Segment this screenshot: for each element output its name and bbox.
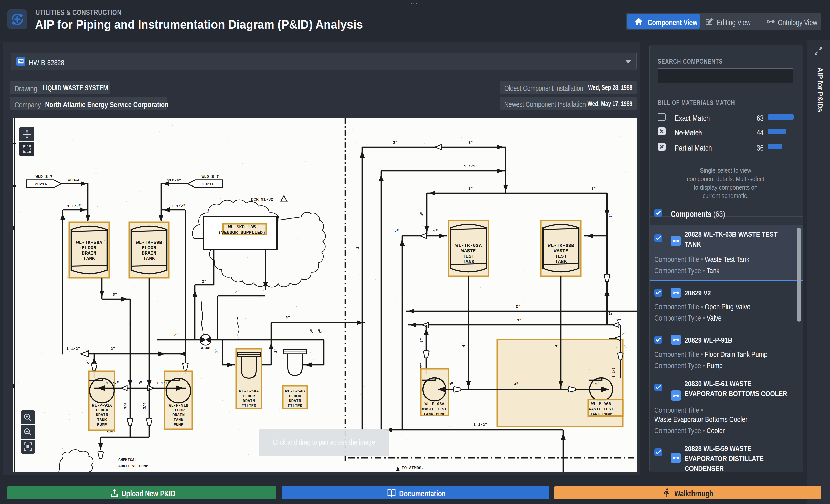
svg-text:TANK: TANK xyxy=(462,259,474,265)
svg-text:WL-F-54A: WL-F-54A xyxy=(239,389,259,394)
svg-text:3": 3" xyxy=(624,344,628,349)
svg-text:20216: 20216 xyxy=(35,182,47,187)
svg-text:2": 2" xyxy=(393,141,397,145)
svg-text:PUMP: PUMP xyxy=(97,423,107,427)
svg-text:3": 3" xyxy=(420,338,424,343)
svg-text:2": 2" xyxy=(394,229,399,234)
svg-text:WL-TK-63A: WL-TK-63A xyxy=(455,243,482,248)
svg-text:3: 3 xyxy=(283,198,285,201)
svg-text:WL-P-91B: WL-P-91B xyxy=(169,403,188,408)
svg-text:2": 2" xyxy=(516,304,520,309)
svg-text:TO ATMOS.: TO ATMOS. xyxy=(402,466,424,470)
svg-text:2": 2" xyxy=(318,329,322,333)
svg-text:2": 2" xyxy=(86,360,90,364)
svg-text:(VENDOR SUPPLIED): (VENDOR SUPPLIED) xyxy=(218,230,265,235)
svg-text:DRAIN: DRAIN xyxy=(289,399,301,403)
svg-text:3": 3" xyxy=(517,318,521,323)
svg-text:WL-P-91A: WL-P-91A xyxy=(92,403,112,408)
svg-text:WL-TK-59B: WL-TK-59B xyxy=(136,240,162,245)
svg-text:2": 2" xyxy=(285,316,290,320)
svg-text:2": 2" xyxy=(174,333,179,337)
svg-text:TANK: TANK xyxy=(143,256,155,262)
svg-text:3": 3" xyxy=(468,141,473,145)
svg-text:WLD-S-7: WLD-S-7 xyxy=(201,174,219,179)
svg-text:PUMP: PUMP xyxy=(173,423,183,427)
svg-text:FLOOR: FLOOR xyxy=(289,394,301,399)
svg-text:DRAIN: DRAIN xyxy=(172,413,185,417)
svg-text:2": 2" xyxy=(110,347,115,351)
svg-text:1 1/2": 1 1/2" xyxy=(157,381,169,385)
svg-text:1 1/2": 1 1/2" xyxy=(473,423,487,427)
svg-text:3": 3" xyxy=(113,293,117,297)
svg-text:DCR 91-32: DCR 91-32 xyxy=(251,197,273,202)
svg-text:TANK: TANK xyxy=(83,256,95,262)
svg-text:WASTE TEST: WASTE TEST xyxy=(589,407,613,412)
svg-text:DRAIN: DRAIN xyxy=(96,413,108,417)
svg-text:3": 3" xyxy=(609,213,613,218)
svg-text:1 1/2": 1 1/2" xyxy=(171,204,185,208)
svg-text:WL-F-54B: WL-F-54B xyxy=(285,389,305,394)
svg-text:FLOOR: FLOOR xyxy=(96,408,108,413)
svg-text:1 1/2": 1 1/2" xyxy=(464,164,478,169)
svg-text:3/4": 3/4" xyxy=(123,400,127,409)
svg-text:ADDITIVE PUMP: ADDITIVE PUMP xyxy=(118,464,148,468)
svg-text:4": 4" xyxy=(514,382,518,387)
svg-text:FLOOR: FLOOR xyxy=(82,245,97,251)
svg-text:3": 3" xyxy=(420,212,424,216)
svg-text:3": 3" xyxy=(449,382,453,387)
svg-text:1 1/2": 1 1/2" xyxy=(106,381,119,385)
svg-text:WASTE: WASTE xyxy=(461,248,476,254)
svg-text:2": 2" xyxy=(214,348,218,353)
svg-text:WL-P-96A: WL-P-96A xyxy=(425,402,444,406)
svg-text:WLD-4": WLD-4" xyxy=(167,178,181,183)
svg-text:WL-P-96B: WL-P-96B xyxy=(592,402,611,406)
svg-text:WLD-4": WLD-4" xyxy=(68,178,82,183)
svg-text:3/4": 3/4" xyxy=(142,400,147,409)
svg-text:3": 3" xyxy=(592,187,596,191)
svg-text:1 1/2": 1 1/2" xyxy=(67,204,81,208)
svg-text:WL-SKD-135: WL-SKD-135 xyxy=(228,225,256,230)
svg-text:20216: 20216 xyxy=(202,182,214,187)
svg-text:FLOOR: FLOOR xyxy=(172,408,185,413)
svg-text:2": 2" xyxy=(274,348,278,353)
svg-text:3": 3" xyxy=(595,382,600,387)
svg-text:3": 3" xyxy=(433,229,438,234)
svg-text:DRAIN: DRAIN xyxy=(82,250,96,256)
svg-text:FILTER: FILTER xyxy=(288,404,302,408)
svg-text:TANK PUMP: TANK PUMP xyxy=(590,412,612,417)
svg-text:4': 4' xyxy=(554,343,558,347)
svg-text:TEST: TEST xyxy=(462,254,474,259)
svg-text:V348: V348 xyxy=(201,346,211,351)
svg-text:CHEMICAL: CHEMICAL xyxy=(118,458,137,462)
svg-text:TANK: TANK xyxy=(173,418,184,423)
svg-text:WLD-S-7: WLD-S-7 xyxy=(35,174,53,179)
svg-text:4': 4' xyxy=(462,343,466,347)
svg-text:2": 2" xyxy=(235,290,240,295)
svg-text:WASTE TEST: WASTE TEST xyxy=(422,407,447,412)
svg-text:3": 3" xyxy=(137,381,142,385)
svg-text:1 1/2": 1 1/2" xyxy=(66,347,80,351)
svg-text:FLOOR: FLOOR xyxy=(243,394,255,399)
svg-text:DRAIN: DRAIN xyxy=(243,399,255,403)
svg-text:TANK PUMP: TANK PUMP xyxy=(423,412,445,417)
svg-text:DRAIN: DRAIN xyxy=(141,250,156,256)
svg-text:TANK: TANK xyxy=(97,418,107,423)
svg-text:TANK: TANK xyxy=(555,259,567,265)
svg-text:WL-TK-63B: WL-TK-63B xyxy=(548,243,574,248)
svg-text:2": 2" xyxy=(310,329,314,333)
svg-text:1 1/2": 1 1/2" xyxy=(612,366,616,378)
svg-text:FLOOR: FLOOR xyxy=(141,245,156,251)
svg-text:2": 2" xyxy=(356,244,360,249)
svg-text:3": 3" xyxy=(468,187,473,191)
svg-text:WL-TK-59A: WL-TK-59A xyxy=(76,240,102,245)
svg-text:2": 2" xyxy=(622,332,627,336)
svg-text:2": 2" xyxy=(616,318,621,323)
svg-text:2": 2" xyxy=(202,280,206,284)
svg-text:WASTE: WASTE xyxy=(553,248,568,254)
svg-text:FILTER: FILTER xyxy=(242,404,256,408)
svg-text:1/2": 1/2" xyxy=(107,430,116,434)
svg-text:TEST: TEST xyxy=(555,254,567,259)
